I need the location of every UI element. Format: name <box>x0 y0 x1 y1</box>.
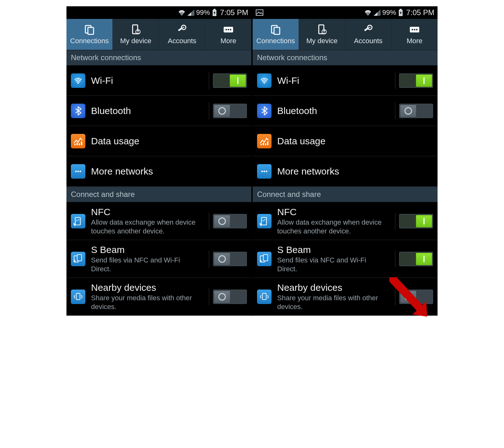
svg-rect-44 <box>265 143 266 145</box>
battery-charging-icon <box>212 9 217 16</box>
tab-my-device[interactable]: My device <box>113 19 159 50</box>
toggle-wifi[interactable] <box>213 73 247 88</box>
nfc-icon <box>71 214 85 228</box>
toggle-bluetooth[interactable] <box>399 104 433 118</box>
nearby-devices-icon <box>257 290 272 304</box>
svg-point-38 <box>412 29 413 31</box>
svg-rect-49 <box>261 217 266 225</box>
svg-rect-22 <box>75 217 80 225</box>
row-bluetooth[interactable]: Bluetooth <box>66 96 251 126</box>
row-nearby-devices[interactable]: Nearby devices Share your media files wi… <box>66 278 251 316</box>
svg-point-48 <box>266 170 267 172</box>
tab-connections[interactable]: Connections <box>253 19 299 50</box>
svg-point-21 <box>80 170 81 172</box>
row-title: Wi-Fi <box>277 75 391 86</box>
row-bluetooth[interactable]: Bluetooth <box>253 96 438 126</box>
bluetooth-icon <box>71 104 85 118</box>
svg-point-39 <box>414 29 415 31</box>
divider <box>395 72 395 89</box>
row-title: NFC <box>277 207 391 217</box>
row-more-networks[interactable]: More networks <box>253 156 438 187</box>
row-data-usage[interactable]: Data usage <box>66 126 251 156</box>
comparison-canvas: 99% 7:05 PM Connections My device <box>66 6 438 316</box>
row-wifi[interactable]: Wi-Fi <box>253 66 438 96</box>
svg-rect-28 <box>400 9 402 10</box>
tab-label: Connections <box>256 37 295 45</box>
svg-rect-18 <box>81 141 82 145</box>
svg-point-6 <box>137 30 139 32</box>
svg-rect-1 <box>214 9 215 10</box>
section-network-connections: Network connections <box>66 50 251 66</box>
svg-point-35 <box>369 27 370 28</box>
divider <box>209 72 209 89</box>
row-title: Data usage <box>91 136 247 146</box>
row-subtitle: Allow data exchange when device touches … <box>91 218 198 235</box>
toggle-bluetooth[interactable] <box>213 104 247 118</box>
section-connect-share: Connect and share <box>66 187 251 202</box>
sbeam-icon <box>257 252 272 266</box>
svg-point-41 <box>264 83 265 84</box>
divider <box>209 102 209 119</box>
row-title: S Beam <box>277 244 391 255</box>
clock: 7:05 PM <box>220 8 248 17</box>
settings-tabs: Connections My device Accounts More <box>253 19 438 50</box>
svg-rect-45 <box>267 141 268 145</box>
row-data-usage[interactable]: Data usage <box>253 126 438 156</box>
row-sbeam[interactable]: S Beam Send files via NFC and Wi-Fi Dire… <box>66 240 251 278</box>
svg-rect-16 <box>77 143 78 145</box>
toggle-sbeam[interactable] <box>213 252 247 266</box>
svg-rect-52 <box>262 293 266 300</box>
tab-accounts[interactable]: Accounts <box>159 19 205 50</box>
svg-rect-43 <box>263 143 264 145</box>
tab-my-device[interactable]: My device <box>299 19 345 50</box>
toggle-wifi[interactable] <box>399 73 433 88</box>
divider <box>395 102 395 119</box>
my-device-icon <box>316 24 328 36</box>
data-usage-icon <box>71 134 85 148</box>
phone-right: 99% 7:05 PM Connections My device <box>253 6 438 316</box>
svg-point-46 <box>261 170 263 172</box>
row-nearby-devices[interactable]: Nearby devices Share your media files wi… <box>253 278 438 316</box>
tab-label: Connections <box>70 37 109 45</box>
phone-left: 99% 7:05 PM Connections My device <box>66 6 251 316</box>
row-more-networks[interactable]: More networks <box>66 156 251 187</box>
row-sbeam[interactable]: S Beam Send files via NFC and Wi-Fi Dire… <box>253 240 438 278</box>
row-subtitle: Share your media files with other device… <box>277 294 384 311</box>
toggle-sbeam[interactable] <box>399 252 433 266</box>
row-subtitle: Allow data exchange when device touches … <box>277 218 384 235</box>
row-title: Data usage <box>277 136 433 146</box>
connections-icon <box>270 24 282 36</box>
row-title: Nearby devices <box>277 282 391 293</box>
svg-point-40 <box>416 29 418 31</box>
toggle-nfc[interactable] <box>399 214 433 228</box>
svg-rect-25 <box>76 293 80 300</box>
connections-icon <box>83 24 95 36</box>
toggle-nearby[interactable] <box>213 290 247 304</box>
row-nfc[interactable]: NFC Allow data exchange when device touc… <box>253 202 438 240</box>
tab-connections[interactable]: Connections <box>66 19 113 50</box>
svg-point-20 <box>77 170 79 172</box>
tab-more[interactable]: More <box>392 19 438 50</box>
more-networks-icon <box>257 164 272 179</box>
svg-rect-42 <box>261 144 262 145</box>
signal-icon <box>374 9 381 16</box>
status-bar: 99% 7:05 PM <box>66 6 251 19</box>
divider <box>209 250 209 267</box>
battery-percent: 99% <box>382 9 396 17</box>
svg-rect-3 <box>88 27 94 34</box>
divider <box>395 250 395 267</box>
tab-accounts[interactable]: Accounts <box>345 19 392 50</box>
wifi-icon <box>71 73 85 88</box>
more-networks-icon <box>71 164 85 179</box>
wifi-status-icon <box>178 9 186 16</box>
toggle-nearby[interactable] <box>399 290 433 304</box>
tab-more[interactable]: More <box>205 19 251 50</box>
divider <box>209 288 209 305</box>
svg-point-47 <box>264 170 265 172</box>
row-nfc[interactable]: NFC Allow data exchange when device touc… <box>66 202 251 240</box>
battery-charging-icon <box>398 9 403 16</box>
svg-point-13 <box>230 29 232 31</box>
row-wifi[interactable]: Wi-Fi <box>66 66 251 96</box>
toggle-nfc[interactable] <box>213 214 247 228</box>
data-usage-icon <box>257 134 272 148</box>
